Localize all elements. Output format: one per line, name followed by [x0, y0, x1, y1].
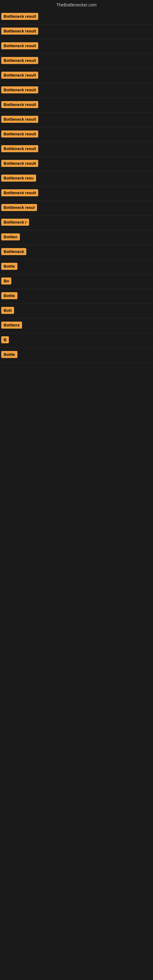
result-row: Bottleneck result [0, 127, 153, 142]
bottleneck-result-badge[interactable]: Bo [1, 277, 11, 285]
site-title: TheBottlenecker.com [0, 0, 153, 10]
result-row: Bottle [0, 289, 153, 304]
bottleneck-result-badge[interactable]: Bottleneck result [1, 101, 38, 108]
bottleneck-result-badge[interactable]: Bottlen [1, 233, 20, 240]
result-row: Bottleneck result [0, 39, 153, 54]
bottleneck-result-badge[interactable]: Bottlens [1, 321, 22, 329]
bottleneck-result-badge[interactable]: Bottleneck result [1, 130, 38, 137]
result-row: Bottleneck resu [0, 172, 153, 186]
bottleneck-result-badge[interactable]: Bottleneck result [1, 145, 38, 152]
result-row: Bottlen [0, 230, 153, 245]
bottleneck-result-badge[interactable]: B [1, 336, 9, 343]
result-row: Bottle [0, 260, 153, 274]
bottleneck-result-badge[interactable]: Bottleneck result [1, 42, 38, 49]
bottleneck-result-badge[interactable]: Bottle [1, 292, 18, 299]
result-row: Bottleneck result [0, 186, 153, 201]
bottleneck-result-badge[interactable]: Bottle [1, 351, 18, 358]
bottleneck-result-badge[interactable]: Bottleneck result [1, 189, 38, 196]
result-row: Bottleneck result [0, 10, 153, 24]
bottleneck-result-badge[interactable]: Bottleneck result [1, 27, 38, 35]
bottleneck-result-badge[interactable]: Bottleneck result [1, 57, 38, 64]
bottleneck-result-badge[interactable]: Bottleneck [1, 248, 26, 255]
result-row: Bottleneck result [0, 24, 153, 39]
result-row: Bott [0, 304, 153, 318]
bottleneck-result-badge[interactable]: Bottleneck r [1, 219, 29, 226]
bottleneck-result-badge[interactable]: Bottleneck result [1, 86, 38, 94]
result-row: B [0, 333, 153, 348]
bottleneck-result-badge[interactable]: Bottleneck result [1, 160, 38, 167]
result-row: Bottle [0, 348, 153, 363]
result-row: Bottlens [0, 318, 153, 333]
result-row: Bottleneck result [0, 83, 153, 98]
result-row: Bottleneck result [0, 142, 153, 157]
bottleneck-result-badge[interactable]: Bottleneck resul [1, 204, 37, 211]
result-row: Bottleneck result [0, 68, 153, 83]
result-row: Bottleneck resul [0, 201, 153, 216]
bottleneck-result-badge[interactable]: Bottle [1, 263, 18, 270]
bottleneck-result-badge[interactable]: Bottleneck result [1, 116, 38, 123]
result-row: Bottleneck result [0, 54, 153, 68]
bottleneck-result-badge[interactable]: Bott [1, 307, 14, 314]
result-row: Bottleneck result [0, 98, 153, 113]
bottleneck-result-badge[interactable]: Bottleneck result [1, 13, 38, 20]
result-row: Bottleneck [0, 245, 153, 260]
result-row: Bottleneck result [0, 157, 153, 172]
bottleneck-result-badge[interactable]: Bottleneck resu [1, 175, 36, 181]
result-row: Bo [0, 274, 153, 289]
bottleneck-result-badge[interactable]: Bottleneck result [1, 72, 38, 79]
result-row: Bottleneck r [0, 216, 153, 230]
result-row: Bottleneck result [0, 113, 153, 127]
